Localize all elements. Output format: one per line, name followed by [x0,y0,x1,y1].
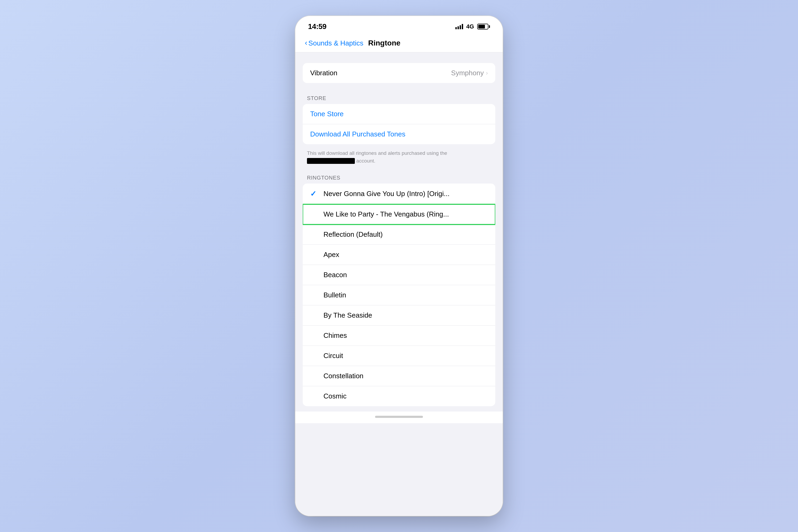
ringtone-row[interactable]: By The Seaside [303,305,495,326]
ringtone-name: Cosmic [323,392,347,400]
ringtone-name: By The Seaside [323,311,372,320]
ringtones-section: ✓Never Gonna Give You Up (Intro) [Origi.… [303,184,495,406]
store-description-suffix: account. [356,158,375,164]
store-card: Tone Store Download All Purchased Tones [303,104,495,144]
ringtone-name: Never Gonna Give You Up (Intro) [Origi..… [323,190,450,198]
tone-store-row[interactable]: Tone Store [303,104,495,124]
store-description: This will download all ringtones and ale… [295,146,503,170]
download-all-row[interactable]: Download All Purchased Tones [303,124,495,144]
ringtone-name: Constellation [323,372,363,380]
ringtone-row[interactable]: Apex [303,245,495,265]
tone-store-link: Tone Store [310,110,344,118]
signal-icon [455,24,463,29]
ringtone-row[interactable]: Cosmic [303,386,495,406]
store-section-header: STORE [295,91,503,104]
ringtone-list: ✓Never Gonna Give You Up (Intro) [Origi.… [303,184,495,406]
vibration-value: Symphony › [451,69,488,77]
phone-frame: 14:59 4G ‹ Sounds & Haptics Ringtone [295,16,503,516]
network-label: 4G [466,23,474,30]
download-all-link: Download All Purchased Tones [310,130,405,138]
redacted-account [307,158,355,164]
status-icons: 4G [455,23,490,30]
nav-header: ‹ Sounds & Haptics Ringtone [295,35,503,52]
ringtone-name: Circuit [323,352,343,360]
ringtone-row[interactable]: Bulletin [303,285,495,305]
ringtone-name: Beacon [323,271,347,279]
home-indicator [375,416,423,418]
ringtone-name: Chimes [323,331,347,340]
back-button[interactable]: ‹ Sounds & Haptics [305,39,363,48]
page-title: Ringtone [368,39,400,48]
main-content: Vibration Symphony › STORE Tone Store Do… [295,52,503,516]
status-bar: 14:59 4G [295,16,503,35]
ringtone-row[interactable]: Circuit [303,346,495,366]
ringtones-section-header: RINGTONES [295,170,503,184]
ringtone-name: We Like to Party - The Vengabus (Ring... [323,210,449,218]
ringtone-row[interactable]: Beacon [303,265,495,285]
chevron-right-icon: › [486,70,488,77]
ringtone-row[interactable]: ✓Never Gonna Give You Up (Intro) [Origi.… [303,184,495,204]
checkmark-icon: ✓ [310,189,319,198]
store-description-prefix: This will download all ringtones and ale… [307,150,447,156]
status-time: 14:59 [308,22,326,31]
ringtone-row[interactable]: Reflection (Default) [303,225,495,245]
home-indicator-area [295,412,503,423]
ringtone-name: Bulletin [323,291,346,299]
vibration-value-text: Symphony [451,69,484,77]
ringtone-name: Reflection (Default) [323,230,383,239]
battery-icon [477,24,490,30]
vibration-card: Vibration Symphony › [303,63,495,83]
ringtone-name: Apex [323,251,339,259]
ringtone-row[interactable]: We Like to Party - The Vengabus (Ring... [303,204,495,225]
ringtone-row[interactable]: Constellation [303,366,495,386]
vibration-row[interactable]: Vibration Symphony › [303,63,495,83]
chevron-left-icon: ‹ [305,39,307,46]
back-label: Sounds & Haptics [308,39,363,48]
vibration-label: Vibration [310,69,337,77]
ringtone-row[interactable]: Chimes [303,326,495,346]
